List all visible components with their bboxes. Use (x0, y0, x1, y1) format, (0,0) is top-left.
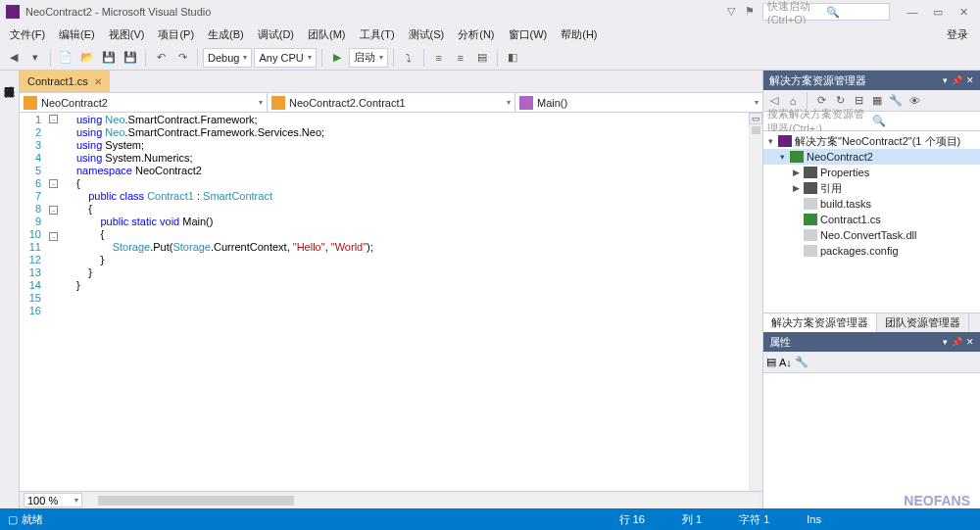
tree-node[interactable]: ▾NeoContract2 (763, 149, 980, 165)
quick-launch-input[interactable]: 快速启动 (Ctrl+Q) 🔍 (762, 3, 890, 21)
node-icon (804, 198, 817, 210)
window-title: NeoContract2 - Microsoft Visual Studio (25, 6, 211, 18)
horizontal-scrollbar[interactable] (86, 495, 759, 506)
status-char: 字符 1 (735, 512, 773, 527)
status-ins: Ins (803, 513, 825, 525)
properties-icon[interactable]: 🔧 (888, 93, 904, 109)
tree-node[interactable]: build.tasks (763, 196, 980, 212)
menu-item[interactable]: 分析(N) (452, 25, 500, 44)
tree-node[interactable]: ▾解决方案"NeoContract2"(1 个项目) (763, 133, 980, 149)
props-icon[interactable]: 🔧 (795, 356, 808, 368)
fold-column[interactable]: ---- (47, 113, 61, 491)
tree-node[interactable]: ▶Properties (763, 165, 980, 180)
status-ready: 就绪 (22, 512, 43, 527)
preview-icon[interactable]: 👁 (906, 93, 922, 109)
alpha-icon[interactable]: A↓ (779, 357, 792, 368)
open-button[interactable]: 📂 (77, 48, 97, 68)
menu-item[interactable]: 视图(V) (103, 25, 151, 44)
start-dropdown[interactable]: 启动 (349, 48, 388, 68)
save-all-button[interactable]: 💾 (121, 48, 140, 68)
file-tab[interactable]: Contract1.cs ✕ (20, 71, 110, 92)
menu-item[interactable]: 窗口(W) (503, 25, 554, 44)
indent-button[interactable]: ≡ (429, 48, 449, 68)
start-button[interactable]: ▶ (327, 48, 347, 68)
menu-item[interactable]: 生成(B) (202, 25, 250, 44)
flag-icon[interactable]: ⚑ (745, 5, 759, 19)
menu-item[interactable]: 调试(D) (252, 25, 300, 44)
menu-item[interactable]: 测试(S) (403, 25, 451, 44)
solution-explorer-title: 解决方案资源管理器 ▾ 📌 ✕ (763, 71, 980, 90)
menu-item[interactable]: 文件(F) (4, 25, 51, 44)
node-label: Contract1.cs (820, 214, 881, 225)
code-body[interactable]: using Neo.SmartContract.Framework;using … (76, 113, 749, 491)
outdent-button[interactable]: ≡ (451, 48, 470, 68)
properties-toolbar: ▤ A↓ 🔧 (763, 352, 980, 373)
class-icon (271, 96, 285, 110)
sign-in-link[interactable]: 登录 (947, 27, 976, 42)
menu-bar: 文件(F)编辑(E)视图(V)项目(P)生成(B)调试(D)团队(M)工具(T)… (0, 24, 980, 45)
pane-close-icon[interactable]: ✕ (966, 75, 974, 85)
solution-tree[interactable]: ▾解决方案"NeoContract2"(1 个项目)▾NeoContract2▶… (763, 131, 980, 313)
status-col: 列 1 (678, 512, 706, 527)
tree-node[interactable]: Neo.ConvertTask.dll (763, 227, 980, 243)
config-dropdown[interactable]: Debug (203, 48, 252, 68)
pane-pin-icon[interactable]: 📌 (952, 337, 962, 347)
tree-node[interactable]: ▶引用 (763, 180, 980, 196)
properties-title: 属性 ▾ 📌 ✕ (763, 332, 980, 352)
document-tab-strip: Contract1.cs ✕ (20, 71, 762, 92)
menu-item[interactable]: 编辑(E) (53, 25, 101, 44)
scroll-thumb[interactable] (752, 126, 760, 134)
pane-pin-icon[interactable]: 📌 (952, 75, 962, 85)
tree-node[interactable]: packages.config (763, 243, 980, 259)
search-icon: 🔍 (872, 115, 977, 127)
menu-item[interactable]: 项目(P) (152, 25, 200, 44)
search-icon: 🔍 (826, 6, 885, 19)
new-project-button[interactable]: 📄 (56, 48, 75, 68)
zoom-dropdown[interactable]: 100 % (24, 493, 82, 507)
save-button[interactable]: 💾 (99, 48, 119, 68)
right-pane-tabs: 解决方案资源管理器 团队资源管理器 (763, 313, 980, 332)
pane-menu-icon[interactable]: ▾ (943, 337, 948, 347)
scope-dropdown[interactable]: NeoContract2 (20, 93, 268, 112)
close-button[interactable]: ✕ (953, 3, 974, 21)
team-explorer-tab[interactable]: 团队资源管理器 (877, 313, 969, 332)
nav-fwd-button[interactable]: ▾ (25, 48, 45, 68)
minimize-button[interactable]: — (902, 3, 923, 21)
vertical-scrollbar[interactable]: ▭ (749, 113, 762, 491)
member-dropdown[interactable]: Main() (515, 93, 762, 112)
expand-icon[interactable]: ▾ (765, 136, 775, 146)
undo-button[interactable]: ↶ (151, 48, 171, 68)
node-icon (804, 245, 817, 257)
notifications-icon[interactable]: ▽ (727, 5, 741, 19)
platform-dropdown[interactable]: Any CPU (254, 48, 316, 68)
server-explorer-tab[interactable]: 服务器资源管理器 (0, 74, 19, 505)
bookmark-button[interactable]: ◧ (503, 48, 522, 68)
redo-button[interactable]: ↷ (172, 48, 192, 68)
solution-search-input[interactable]: 搜索解决方案资源管理器(Ctrl+;) 🔍 (763, 112, 980, 131)
menu-item[interactable]: 团队(M) (302, 25, 352, 44)
tab-close-icon[interactable]: ✕ (94, 76, 102, 87)
categorized-icon[interactable]: ▤ (766, 356, 776, 368)
method-icon (519, 96, 533, 110)
class-dropdown[interactable]: NeoContract2.Contract1 (268, 93, 515, 112)
main-toolbar: ◀ ▾ 📄 📂 💾 💾 ↶ ↷ Debug Any CPU ▶ 启动 ⤵ ≡ ≡… (0, 45, 980, 71)
split-icon[interactable]: ▭ (749, 113, 762, 124)
code-editor[interactable]: 12345678910111213141516 ---- using Neo.S… (20, 113, 762, 491)
expand-icon[interactable]: ▶ (791, 168, 801, 177)
maximize-button[interactable]: ▭ (927, 3, 949, 21)
solution-explorer-tab[interactable]: 解决方案资源管理器 (763, 313, 877, 332)
expand-icon[interactable]: ▶ (791, 183, 801, 193)
expand-icon[interactable]: ▾ (777, 152, 787, 162)
comment-button[interactable]: ▤ (472, 48, 492, 68)
node-label: build.tasks (820, 198, 871, 210)
menu-item[interactable]: 帮助(H) (555, 25, 603, 44)
hscroll-thumb[interactable] (98, 496, 294, 506)
nav-back-button[interactable]: ◀ (4, 48, 24, 68)
pane-close-icon[interactable]: ✕ (966, 337, 974, 347)
file-tab-label: Contract1.cs (27, 75, 88, 87)
pane-menu-icon[interactable]: ▾ (943, 75, 948, 85)
step-button[interactable]: ⤵ (399, 48, 418, 68)
menu-item[interactable]: 工具(T) (354, 25, 401, 44)
tree-node[interactable]: Contract1.cs (763, 212, 980, 227)
status-line: 行 16 (615, 512, 649, 527)
